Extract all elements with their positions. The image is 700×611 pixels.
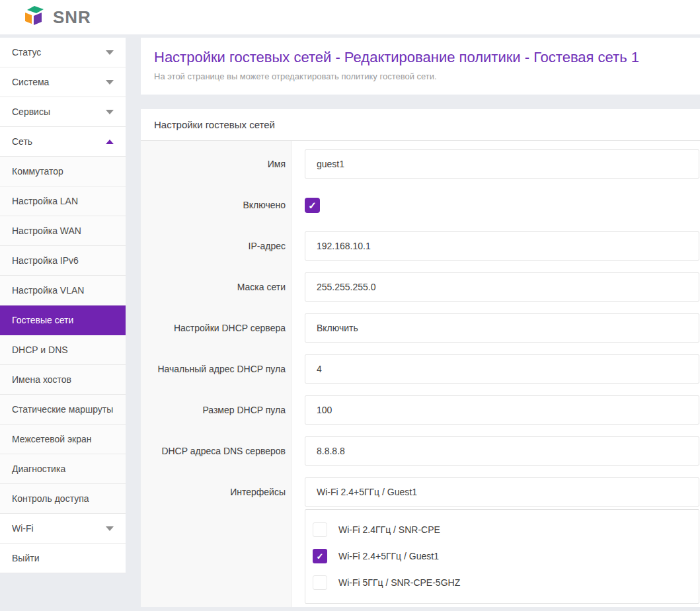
dhcp-dns-input[interactable] xyxy=(305,436,699,466)
sidebar-item-label: Выйти xyxy=(12,553,39,563)
sidebar-item-label: DHCP и DNS xyxy=(12,345,68,355)
sidebar-item-диагностика[interactable]: Диагностика xyxy=(0,454,126,484)
sidebar-item-label: Система xyxy=(12,77,49,87)
option-label: Wi-Fi 2.4+5ГГц / Guest1 xyxy=(338,551,439,561)
sidebar-item-label: Сервисы xyxy=(12,106,50,117)
sidebar-nav: СтатусСистемаСервисыСетьКоммутаторНастро… xyxy=(0,38,126,573)
name-input[interactable] xyxy=(305,149,699,179)
sidebar-item-сеть[interactable]: Сеть xyxy=(0,127,126,157)
sidebar-item-имена-хостов[interactable]: Имена хостов xyxy=(0,365,126,395)
dhcp-start-label: Начальный адрес DHCP пула xyxy=(141,364,292,374)
name-label: Имя xyxy=(141,159,292,169)
interfaces-option-checkbox-1[interactable]: ✓ xyxy=(313,549,327,563)
form-row-dhcp-limit: Размер DHCP пула xyxy=(141,389,700,430)
netmask-control xyxy=(305,272,699,302)
interfaces-options-panel: Wi-Fi 2.4ГГц / SNR-CPE✓Wi-Fi 2.4+5ГГц / … xyxy=(305,509,699,604)
chevron-up-icon xyxy=(106,140,114,144)
dhcp-limit-label: Размер DHCP пула xyxy=(141,405,292,415)
interfaces-option-2[interactable]: Wi-Fi 5ГГц / SNR-CPE-5GHZ xyxy=(313,569,699,596)
sidebar-item-гостевые-сети[interactable]: Гостевые сети xyxy=(0,306,126,335)
interfaces-label: Интерфейсы xyxy=(141,487,292,497)
sidebar-item-настройка-lan[interactable]: Настройка LAN xyxy=(0,186,126,216)
card-body: ИмяВключено✓IP-адресМаска сетиНастройки … xyxy=(141,141,700,607)
option-label: Wi-Fi 5ГГц / SNR-CPE-5GHZ xyxy=(338,577,460,588)
check-icon: ✓ xyxy=(317,552,324,561)
sidebar-item-label: Контроль доступа xyxy=(12,493,89,504)
interfaces-select[interactable]: Wi-Fi 2.4+5ГГц / Guest1 xyxy=(305,477,699,507)
sidebar-item-dhcp-и-dns[interactable]: DHCP и DNS xyxy=(0,335,126,365)
sidebar-item-wi-fi[interactable]: Wi-Fi xyxy=(0,514,126,544)
form-row-dhcp-server: Настройки DHCP сервера xyxy=(141,307,700,348)
snr-logo: SNR xyxy=(25,6,91,28)
dhcp-server-control xyxy=(305,313,699,343)
name-control xyxy=(305,149,699,179)
chevron-down-icon xyxy=(106,526,114,531)
dhcp-limit-input[interactable] xyxy=(305,395,699,425)
sidebar-item-label: Межсетевой экран xyxy=(12,434,92,444)
chevron-down-icon xyxy=(106,50,114,55)
page-title: Настройки гостевых сетей - Редактировани… xyxy=(154,48,700,67)
sidebar-item-label: Диагностика xyxy=(12,464,65,474)
chevron-down-icon xyxy=(106,80,114,85)
snr-logo-icon xyxy=(25,6,48,28)
sidebar-item-настройка-wan[interactable]: Настройка WAN xyxy=(0,216,126,246)
sidebar-item-label: Wi-Fi xyxy=(12,523,34,534)
interfaces-control: Wi-Fi 2.4+5ГГц / Guest1 xyxy=(305,477,699,507)
dhcp-server-input[interactable] xyxy=(305,313,699,343)
dhcp-start-input[interactable] xyxy=(305,354,699,384)
sidebar-item-label: Настройка VLAN xyxy=(12,285,84,296)
form-row-interfaces: ИнтерфейсыWi-Fi 2.4+5ГГц / Guest1 xyxy=(141,471,700,512)
form-row-enabled: Включено✓ xyxy=(141,184,700,225)
sidebar-item-настройка-vlan[interactable]: Настройка VLAN xyxy=(0,276,126,306)
sidebar-item-label: Настройка IPv6 xyxy=(12,255,79,266)
sidebar-item-система[interactable]: Система xyxy=(0,67,126,97)
dhcp-start-control xyxy=(305,354,699,384)
form-row-dhcp-dns: DHCP адреса DNS серверов xyxy=(141,430,700,471)
dhcp-server-label: Настройки DHCP сервера xyxy=(141,323,292,333)
sidebar-item-label: Имена хостов xyxy=(12,374,71,385)
page-subtitle: На этой странице вы можете отредактирова… xyxy=(154,71,700,81)
chevron-down-icon xyxy=(106,110,114,114)
top-bar: SNR xyxy=(0,0,700,34)
sidebar-item-сервисы[interactable]: Сервисы xyxy=(0,97,126,127)
interfaces-option-1[interactable]: ✓Wi-Fi 2.4+5ГГц / Guest1 xyxy=(313,543,699,569)
form-row-netmask: Маска сети xyxy=(141,266,700,307)
sidebar-item-label: Сеть xyxy=(12,136,32,147)
sidebar-item-выйти[interactable]: Выйти xyxy=(0,544,126,573)
interfaces-option-0[interactable]: Wi-Fi 2.4ГГц / SNR-CPE xyxy=(313,516,699,543)
sidebar-item-контроль-доступа[interactable]: Контроль доступа xyxy=(0,484,126,514)
enabled-label: Включено xyxy=(141,200,292,210)
dhcp-dns-label: DHCP адреса DNS серверов xyxy=(141,446,292,456)
netmask-label: Маска сети xyxy=(141,282,292,292)
sidebar-item-label: Статические маршруты xyxy=(12,404,113,415)
form-row-dhcp-start: Начальный адрес DHCP пула xyxy=(141,348,700,389)
form-row-ip-address: IP-адрес xyxy=(141,225,700,266)
form-row-name: Имя xyxy=(141,143,700,184)
dhcp-dns-control xyxy=(305,436,699,466)
dhcp-limit-control xyxy=(305,395,699,425)
enabled-checkbox[interactable]: ✓ xyxy=(305,198,320,213)
option-label: Wi-Fi 2.4ГГц / SNR-CPE xyxy=(338,524,440,535)
sidebar-item-коммутатор[interactable]: Коммутатор xyxy=(0,157,126,186)
sidebar-item-label: Гостевые сети xyxy=(12,315,73,325)
guest-network-settings-card: Настройки гостевых сетей ИмяВключено✓IP-… xyxy=(141,109,700,607)
brand-name: SNR xyxy=(53,7,91,28)
interfaces-option-checkbox-2[interactable] xyxy=(313,575,327,590)
sidebar-item-label: Настройка WAN xyxy=(12,225,81,236)
interfaces-option-checkbox-0[interactable] xyxy=(313,522,327,537)
sidebar-item-статус[interactable]: Статус xyxy=(0,38,126,67)
ip-address-input[interactable] xyxy=(305,231,699,261)
sidebar-item-статические-маршруты[interactable]: Статические маршруты xyxy=(0,395,126,425)
card-title: Настройки гостевых сетей xyxy=(141,109,700,141)
sidebar-item-настройка-ipv6[interactable]: Настройка IPv6 xyxy=(0,246,126,276)
sidebar-item-label: Коммутатор xyxy=(12,166,63,177)
check-icon: ✓ xyxy=(308,200,317,210)
ip-address-control xyxy=(305,231,699,261)
sidebar-item-межсетевой-экран[interactable]: Межсетевой экран xyxy=(0,425,126,454)
sidebar-item-label: Статус xyxy=(12,47,41,58)
page-heading-card: Настройки гостевых сетей - Редактировани… xyxy=(141,38,700,95)
ip-address-label: IP-адрес xyxy=(141,241,292,251)
sidebar-item-label: Настройка LAN xyxy=(12,196,78,206)
enabled-control: ✓ xyxy=(305,198,320,213)
netmask-input[interactable] xyxy=(305,272,699,302)
